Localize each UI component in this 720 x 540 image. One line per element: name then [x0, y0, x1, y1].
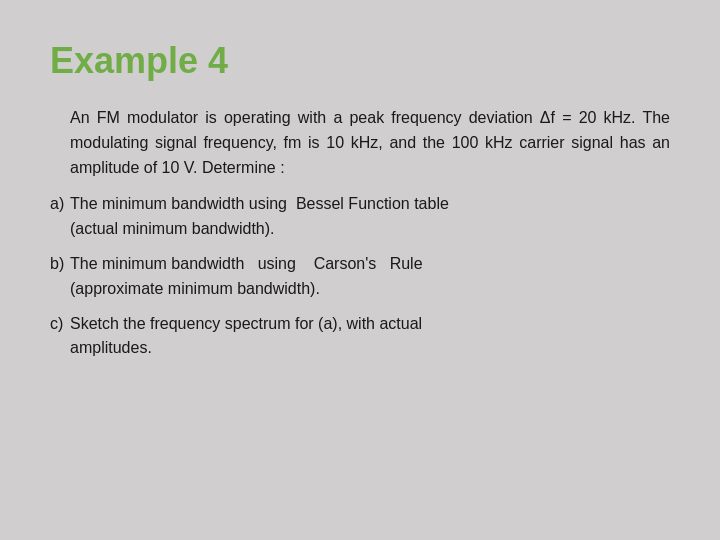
point-c: c) Sketch the frequency spectrum for (a)…	[50, 312, 670, 362]
slide-content: An FM modulator is operating with a peak…	[50, 106, 670, 371]
point-b-label: b)	[50, 252, 70, 277]
intro-paragraph: An FM modulator is operating with a peak…	[70, 106, 670, 180]
point-c-continuation: amplitudes.	[70, 336, 670, 361]
point-a-continuation: (actual minimum bandwidth).	[70, 217, 670, 242]
point-b-text: The minimum bandwidth using Carson's Rul…	[70, 252, 670, 277]
point-a-line: a) The minimum bandwidth using Bessel Fu…	[50, 192, 670, 217]
point-b-line: b) The minimum bandwidth using Carson's …	[50, 252, 670, 277]
point-b: b) The minimum bandwidth using Carson's …	[50, 252, 670, 302]
slide-title: Example 4	[50, 40, 670, 82]
point-a: a) The minimum bandwidth using Bessel Fu…	[50, 192, 670, 242]
point-c-label: c)	[50, 312, 70, 337]
point-c-text: Sketch the frequency spectrum for (a), w…	[70, 312, 670, 337]
point-a-label: a)	[50, 192, 70, 217]
point-a-text: The minimum bandwidth using Bessel Funct…	[70, 192, 670, 217]
point-c-line: c) Sketch the frequency spectrum for (a)…	[50, 312, 670, 337]
point-b-continuation: (approximate minimum bandwidth).	[70, 277, 670, 302]
intro-text: An FM modulator is operating with a peak…	[70, 109, 670, 176]
slide-container: Example 4 An FM modulator is operating w…	[0, 0, 720, 540]
